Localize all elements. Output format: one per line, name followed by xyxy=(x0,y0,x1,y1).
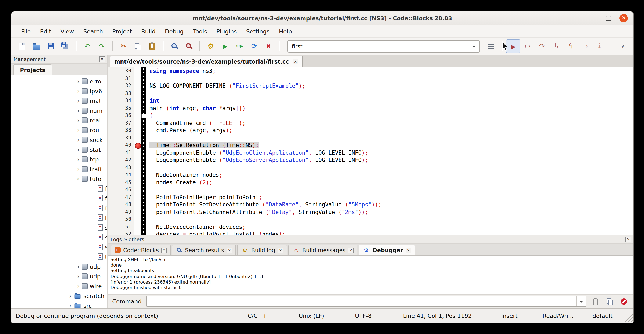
line-number[interactable]: 36 xyxy=(108,112,134,119)
line-number[interactable]: 50 xyxy=(108,216,134,223)
breakpoint-margin[interactable] xyxy=(134,127,141,134)
chevron-down-icon[interactable] xyxy=(472,46,476,49)
code-line[interactable]: int xyxy=(146,97,634,105)
toolbar-overflow-button[interactable]: ∨ xyxy=(616,40,630,53)
menu-item-tools[interactable]: Tools xyxy=(188,28,212,35)
chevron-right-icon[interactable]: › xyxy=(76,273,81,279)
tree-item-nam[interactable]: ›nam xyxy=(12,106,107,115)
replace-button[interactable] xyxy=(182,40,196,53)
chevron-down-icon[interactable]: › xyxy=(75,176,82,181)
line-number[interactable]: 35 xyxy=(108,105,134,112)
menu-item-file[interactable]: File xyxy=(16,28,35,35)
code-line[interactable] xyxy=(146,216,634,223)
code-line[interactable]: devices = pointToPoint.Install (nodes); xyxy=(146,231,634,235)
incremental-search-options-button[interactable] xyxy=(484,40,498,53)
breakpoint-margin[interactable] xyxy=(134,231,141,235)
code-line[interactable]: { xyxy=(146,112,634,119)
titlebar[interactable]: mnt/dev/tools/source/ns-3-dev/examples/t… xyxy=(12,12,634,26)
build-button[interactable]: ⚙ xyxy=(204,40,218,53)
attach-button[interactable] xyxy=(590,296,601,306)
close-icon[interactable]: × xyxy=(161,247,167,253)
find-button[interactable] xyxy=(167,40,182,53)
tree-item-fo[interactable]: fo xyxy=(12,203,107,213)
close-icon[interactable]: × xyxy=(348,247,354,253)
breakpoint-margin[interactable] xyxy=(134,186,141,193)
fold-marker-icon[interactable]: – xyxy=(142,114,146,118)
code-line[interactable]: using namespace ns3; xyxy=(146,67,634,75)
line-number[interactable]: 52 xyxy=(108,231,134,235)
tab-projects[interactable]: Projects xyxy=(13,65,52,75)
code-line[interactable]: NS_LOG_COMPONENT_DEFINE ("FirstScriptExa… xyxy=(146,82,634,90)
open-file-button[interactable] xyxy=(29,40,44,53)
log-tab-build-log[interactable]: ⚙Build log× xyxy=(237,245,287,255)
tree-item-se[interactable]: se xyxy=(12,232,107,242)
run-to-cursor-button[interactable]: ↦ xyxy=(520,40,535,53)
chevron-right-icon[interactable]: › xyxy=(68,302,73,308)
breakpoint-margin[interactable] xyxy=(134,75,141,82)
tree-item-udp[interactable]: ›udp xyxy=(12,261,107,271)
next-instruction-button[interactable]: ⇢ xyxy=(578,40,592,53)
log-tab-debugger[interactable]: ⚙Debugger× xyxy=(358,245,415,255)
maximize-icon[interactable] xyxy=(606,16,611,21)
tree-item-six[interactable]: six xyxy=(12,242,107,252)
line-number[interactable]: 39 xyxy=(108,134,134,142)
line-number[interactable]: 40 xyxy=(108,142,134,149)
line-number[interactable]: 51 xyxy=(108,223,134,231)
tree-item-mat[interactable]: ›mat xyxy=(12,96,107,106)
line-number[interactable]: 45 xyxy=(108,179,134,186)
line-number[interactable]: 30 xyxy=(108,67,134,75)
chevron-right-icon[interactable]: › xyxy=(76,263,81,270)
breakpoint-margin[interactable] xyxy=(134,67,141,75)
menu-item-search[interactable]: Search xyxy=(79,28,108,35)
chevron-right-icon[interactable]: › xyxy=(76,97,81,104)
breakpoint-margin[interactable] xyxy=(134,156,141,164)
tree-item-fir[interactable]: fir xyxy=(12,193,107,203)
breakpoint-margin[interactable] xyxy=(134,119,141,127)
code-line[interactable]: CommandLine cmd (__FILE__); xyxy=(146,119,634,127)
line-number[interactable]: 49 xyxy=(108,208,134,216)
search-combo[interactable]: first xyxy=(288,40,480,52)
log-tab-search-results[interactable]: Search results× xyxy=(172,245,236,255)
line-number[interactable]: 43 xyxy=(108,164,134,171)
log-tab-build-messages[interactable]: ⚠Build messages× xyxy=(288,245,357,255)
chevron-right-icon[interactable]: › xyxy=(76,107,81,114)
stop-debugger-button[interactable] xyxy=(618,296,630,306)
breakpoint-margin[interactable] xyxy=(134,142,141,149)
command-dropdown[interactable] xyxy=(576,296,586,306)
tree-item-traff[interactable]: ›traff xyxy=(12,164,107,174)
breakpoint-margin[interactable] xyxy=(134,90,141,97)
code-line[interactable]: LogComponentEnable ("UdpEchoClientApplic… xyxy=(146,149,634,156)
tree-item-tuto[interactable]: ›tuto xyxy=(12,174,107,184)
tree-item-stat[interactable]: ›stat xyxy=(12,145,107,154)
breakpoint-margin[interactable] xyxy=(134,201,141,208)
code-line[interactable] xyxy=(146,134,634,142)
tree-item-ipv6[interactable]: ›ipv6 xyxy=(12,86,107,96)
line-number[interactable]: 41 xyxy=(108,149,134,156)
line-number[interactable]: 44 xyxy=(108,171,134,179)
breakpoint-icon[interactable] xyxy=(135,143,141,149)
menu-item-view[interactable]: View xyxy=(56,28,79,35)
breakpoint-margin[interactable] xyxy=(134,97,141,105)
close-icon[interactable]: × xyxy=(620,14,628,23)
code-line[interactable] xyxy=(146,186,634,193)
breakpoint-margin[interactable] xyxy=(134,179,141,186)
tree-item-real[interactable]: ›real xyxy=(12,115,107,125)
menu-item-edit[interactable]: Edit xyxy=(35,28,56,35)
code-line[interactable]: NodeContainer nodes; xyxy=(146,171,634,179)
line-number[interactable]: 38 xyxy=(108,127,134,134)
menu-item-plugins[interactable]: Plugins xyxy=(212,28,242,35)
save-all-button[interactable] xyxy=(58,40,72,53)
cut-button[interactable]: ✂ xyxy=(116,40,131,53)
line-number[interactable]: 34 xyxy=(108,97,134,105)
chevron-right-icon[interactable]: › xyxy=(76,117,81,124)
code-line[interactable]: NetDeviceContainer devices; xyxy=(146,223,634,231)
breakpoint-margin[interactable] xyxy=(134,112,141,119)
undo-button[interactable]: ↶ xyxy=(80,40,94,53)
tree-item-sock[interactable]: ›sock xyxy=(12,135,107,145)
breakpoint-margin[interactable] xyxy=(134,171,141,179)
close-icon[interactable]: × xyxy=(227,247,232,253)
line-number[interactable]: 33 xyxy=(108,90,134,97)
next-line-button[interactable]: ↷ xyxy=(535,40,549,53)
close-tab-icon[interactable]: × xyxy=(293,59,298,64)
tree-item-se[interactable]: se xyxy=(12,222,107,232)
